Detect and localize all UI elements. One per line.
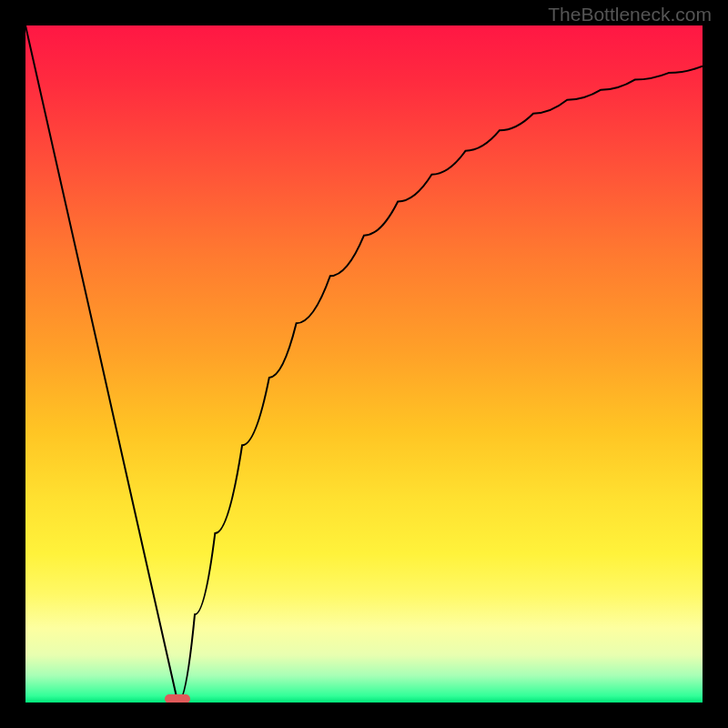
watermark-text: TheBottleneck.com xyxy=(548,4,712,25)
plot-area xyxy=(25,25,703,703)
chart-frame: TheBottleneck.com xyxy=(0,0,728,728)
curve-right-branch xyxy=(177,66,703,703)
minimum-marker xyxy=(165,694,190,703)
curve-left-branch xyxy=(25,25,177,703)
curve-layer xyxy=(25,25,703,703)
